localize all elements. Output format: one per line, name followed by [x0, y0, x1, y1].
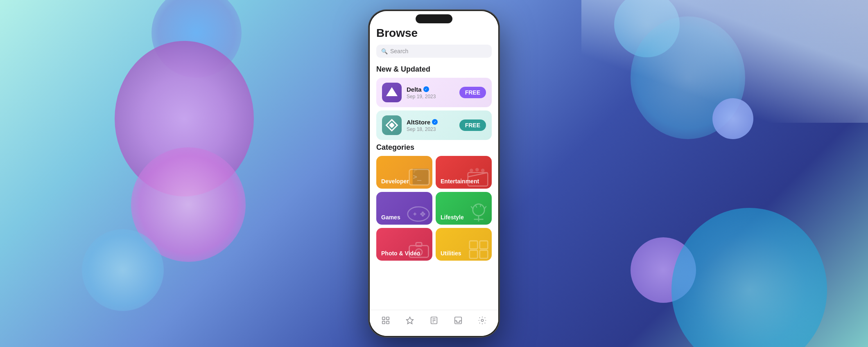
- nav-item-myapps[interactable]: [426, 314, 442, 329]
- altstore-name-row: AltStore ✓: [407, 119, 454, 126]
- category-entertainment-label: Entertainment: [441, 178, 479, 185]
- terminal-icon: >_: [409, 168, 430, 186]
- altstore-app-date: Sep 18, 2023: [407, 126, 454, 132]
- svg-point-13: [423, 213, 425, 215]
- bg-blob-9: [671, 208, 827, 347]
- category-utility[interactable]: Utilities: [436, 228, 492, 261]
- settings-nav-icon: [478, 316, 487, 327]
- bg-blob-4: [82, 229, 164, 311]
- scroll-area: Browse 🔍 Search New & Updated: [370, 17, 498, 336]
- nav-item-featured[interactable]: [402, 314, 418, 329]
- browse-nav-icon: [381, 316, 390, 327]
- svg-point-7: [408, 207, 429, 221]
- utility-icon: [468, 239, 489, 259]
- phone-screen: Browse 🔍 Search New & Updated: [370, 11, 498, 336]
- app-card-delta[interactable]: Delta ✓ Sep 19, 2023 FREE: [376, 78, 492, 107]
- search-placeholder: Search: [390, 48, 408, 54]
- screen-content: Browse 🔍 Search New & Updated: [370, 17, 498, 336]
- category-utility-label: Utilities: [441, 250, 461, 257]
- category-developer-label: Developer: [381, 178, 409, 185]
- altstore-free-button[interactable]: FREE: [459, 119, 486, 131]
- dynamic-island: [416, 14, 452, 23]
- nav-item-browse[interactable]: [378, 314, 393, 329]
- svg-rect-38: [455, 317, 462, 324]
- category-photo[interactable]: Photo & Video: [376, 228, 432, 261]
- svg-point-6: [481, 169, 485, 172]
- svg-rect-32: [387, 321, 389, 324]
- category-games-label: Games: [381, 214, 400, 221]
- app-card-altstore[interactable]: AltStore ✓ Sep 18, 2023 FREE: [376, 110, 492, 140]
- category-lifestyle[interactable]: Lifestyle: [436, 192, 492, 225]
- svg-rect-25: [470, 241, 478, 249]
- categories-grid: Developer ⬛ >_ Entertainment: [376, 156, 492, 261]
- search-bar[interactable]: 🔍 Search: [376, 45, 492, 58]
- bg-light-right: [581, 0, 868, 123]
- nav-item-settings[interactable]: [475, 314, 490, 329]
- category-photo-label: Photo & Video: [381, 250, 420, 257]
- delta-free-button[interactable]: FREE: [459, 87, 486, 98]
- nav-item-inbox[interactable]: [450, 314, 466, 329]
- featured-nav-icon: [405, 316, 414, 327]
- svg-rect-26: [480, 241, 488, 249]
- new-updated-header: New & Updated: [376, 65, 492, 74]
- delta-verified-badge: ✓: [423, 86, 429, 92]
- myapps-nav-icon: [429, 316, 439, 327]
- altstore-app-name: AltStore: [407, 119, 430, 126]
- svg-rect-31: [382, 321, 385, 324]
- svg-point-39: [481, 319, 484, 322]
- delta-name-row: Delta ✓: [407, 86, 454, 93]
- altstore-inner-icon: [389, 122, 395, 128]
- categories-header: Categories: [376, 143, 492, 152]
- svg-rect-28: [480, 250, 488, 259]
- search-icon: 🔍: [381, 48, 388, 54]
- category-games[interactable]: Games: [376, 192, 432, 225]
- delta-app-info: Delta ✓ Sep 19, 2023: [407, 86, 454, 99]
- lifestyle-icon: [469, 203, 488, 223]
- svg-marker-33: [407, 317, 414, 324]
- bottom-nav: [370, 310, 498, 336]
- category-entertainment[interactable]: Entertainment: [436, 156, 492, 189]
- altstore-verified-badge: ✓: [432, 119, 438, 125]
- delta-app-name: Delta: [407, 86, 422, 93]
- svg-rect-22: [416, 243, 422, 246]
- delta-app-date: Sep 19, 2023: [407, 94, 454, 99]
- category-lifestyle-label: Lifestyle: [441, 214, 464, 221]
- svg-line-3: [468, 173, 488, 177]
- altstore-diamond-icon: [385, 119, 398, 131]
- delta-app-icon: [382, 83, 402, 102]
- svg-text:>_: >_: [413, 173, 421, 181]
- phone-frame: Browse 🔍 Search New & Updated: [368, 10, 500, 337]
- svg-rect-27: [470, 250, 478, 259]
- delta-triangle-icon: [386, 87, 398, 96]
- games-icon: [407, 205, 430, 223]
- svg-point-12: [420, 213, 422, 215]
- phone-wrapper: Browse 🔍 Search New & Updated: [368, 10, 500, 337]
- svg-point-14: [473, 204, 484, 216]
- svg-rect-30: [387, 317, 389, 320]
- inbox-nav-icon: [454, 316, 463, 327]
- svg-point-5: [475, 168, 479, 171]
- page-title: Browse: [376, 27, 492, 40]
- category-developer[interactable]: Developer ⬛ >_: [376, 156, 432, 189]
- altstore-app-info: AltStore ✓ Sep 18, 2023: [407, 119, 454, 132]
- svg-rect-29: [382, 317, 385, 320]
- svg-point-4: [470, 169, 473, 172]
- altstore-app-icon: [382, 115, 402, 135]
